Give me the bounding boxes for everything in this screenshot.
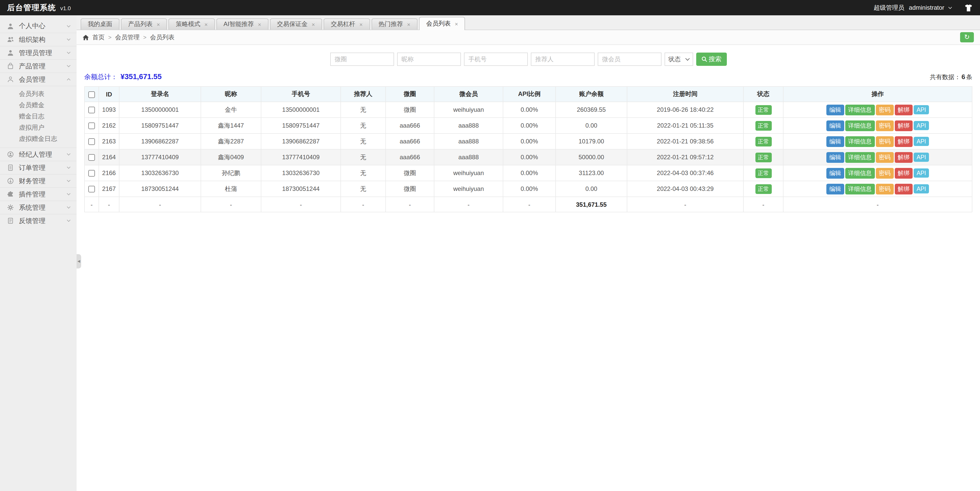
password-button[interactable]: 密码 [876, 183, 894, 194]
sidebar-item-0[interactable]: 个人中心 [0, 19, 76, 33]
sidebar-item-6[interactable]: 订单管理 [0, 161, 76, 174]
sidebar-item-2[interactable]: 管理员管理 [0, 46, 76, 59]
tab-5[interactable]: 交易杠杆× [324, 18, 370, 30]
unbind-button[interactable]: 解绑 [894, 104, 912, 115]
tab-4[interactable]: 交易保证金× [270, 18, 322, 30]
close-icon[interactable]: × [312, 21, 315, 27]
row-checkbox[interactable] [88, 138, 95, 145]
api-button[interactable]: API [913, 105, 929, 114]
row-checkbox[interactable] [88, 154, 95, 161]
search-input-0[interactable] [330, 52, 394, 66]
cell-balance: 50000.00 [555, 149, 627, 165]
breadcrumb-item-1[interactable]: 会员管理 [115, 33, 140, 41]
unbind-button[interactable]: 解绑 [894, 120, 912, 131]
close-icon[interactable]: × [204, 21, 208, 27]
sidebar-item-label: 会员管理 [19, 75, 67, 84]
breadcrumb-bar: 首页>会员管理>会员列表 ↻ [76, 30, 980, 45]
member-icon [6, 76, 14, 83]
app-shell: 个人中心组织架构管理员管理产品管理会员管理会员列表会员赠金赠金日志虚拟用户虚拟赠… [0, 15, 980, 491]
close-icon[interactable]: × [258, 21, 261, 27]
password-button[interactable]: 密码 [876, 168, 894, 178]
sidebar-subitem-1[interactable]: 会员赠金 [0, 100, 76, 111]
api-button[interactable]: API [913, 153, 929, 162]
close-icon[interactable]: × [360, 21, 363, 27]
tab-2[interactable]: 策略模式× [169, 18, 215, 30]
cell-phone: 13500000001 [261, 102, 341, 118]
search-input-1[interactable] [397, 52, 461, 66]
search-input-2[interactable] [464, 52, 528, 66]
footer-cell-11: - [743, 197, 783, 212]
status-select[interactable]: 状态 [664, 52, 693, 66]
count-unit: 条 [966, 73, 972, 81]
row-checkbox[interactable] [88, 122, 95, 129]
unbind-button[interactable]: 解绑 [894, 168, 912, 178]
tab-0[interactable]: 我的桌面 [81, 18, 119, 30]
unbind-button[interactable]: 解绑 [894, 183, 912, 194]
api-button[interactable]: API [913, 137, 929, 146]
breadcrumb-item-0[interactable]: 首页 [92, 33, 105, 41]
sidebar-collapse-handle[interactable]: ◀ [76, 254, 81, 269]
detail-button[interactable]: 详细信息 [845, 120, 875, 131]
api-button[interactable]: API [913, 168, 929, 177]
sidebar-subitem-2[interactable]: 赠金日志 [0, 111, 76, 122]
sidebar-item-5[interactable]: 经纪人管理 [0, 148, 76, 161]
unbind-button[interactable]: 解绑 [894, 136, 912, 147]
cell-status: 正常 [743, 118, 783, 133]
theme-tshirt-icon[interactable] [964, 4, 973, 11]
close-icon[interactable]: × [455, 21, 458, 27]
edit-button[interactable]: 编辑 [826, 183, 844, 194]
search-input-4[interactable] [597, 52, 661, 66]
edit-button[interactable]: 编辑 [826, 152, 844, 162]
edit-button[interactable]: 编辑 [826, 104, 844, 115]
password-button[interactable]: 密码 [876, 104, 894, 115]
search-input-3[interactable] [531, 52, 594, 66]
sidebar-item-10[interactable]: 反馈管理 [0, 214, 76, 227]
detail-button[interactable]: 详细信息 [845, 183, 875, 194]
row-checkbox[interactable] [88, 106, 95, 113]
tab-3[interactable]: AI智能推荐× [216, 18, 269, 30]
tab-7[interactable]: 会员列表× [419, 17, 465, 30]
api-button[interactable]: API [913, 184, 929, 193]
edit-button[interactable]: 编辑 [826, 120, 844, 131]
sidebar-item-8[interactable]: 插件管理 [0, 188, 76, 200]
status-badge: 正常 [755, 153, 772, 162]
password-button[interactable]: 密码 [876, 136, 894, 147]
edit-button[interactable]: 编辑 [826, 168, 844, 178]
sidebar-item-4[interactable]: 会员管理 [0, 73, 76, 86]
detail-button[interactable]: 详细信息 [845, 136, 875, 147]
sidebar-item-9[interactable]: 系统管理 [0, 200, 76, 214]
status-badge: 正常 [755, 184, 772, 194]
row-checkbox[interactable] [88, 186, 95, 192]
tab-1[interactable]: 产品列表× [121, 18, 167, 30]
detail-button[interactable]: 详细信息 [845, 168, 875, 178]
detail-button[interactable]: 详细信息 [845, 152, 875, 162]
select-all-checkbox[interactable] [88, 91, 95, 98]
cell-id: 2166 [99, 165, 119, 181]
sidebar-item-label: 反馈管理 [19, 216, 67, 225]
user-menu[interactable]: 超级管理员 administrator [873, 3, 973, 12]
sidebar-subitem-3[interactable]: 虚拟用户 [0, 122, 76, 133]
tab-6[interactable]: 热门推荐× [371, 18, 417, 30]
breadcrumb-item-2[interactable]: 会员列表 [150, 33, 175, 41]
column-header-4: 推荐人 [341, 86, 386, 102]
refresh-button[interactable]: ↻ [960, 32, 974, 42]
sidebar-item-7[interactable]: 财务管理 [0, 174, 76, 188]
sidebar-subitem-0[interactable]: 会员列表 [0, 88, 76, 100]
footer-cell-2: - [119, 197, 201, 212]
row-checkbox[interactable] [88, 170, 95, 176]
password-button[interactable]: 密码 [876, 120, 894, 131]
sidebar-item-1[interactable]: 组织架构 [0, 33, 76, 46]
sidebar-item-3[interactable]: 产品管理 [0, 59, 76, 73]
close-icon[interactable]: × [407, 21, 410, 27]
table-row: 216413777410409鑫海040913777410409无aaa666a… [84, 149, 972, 165]
sidebar-subitem-4[interactable]: 虚拟赠金日志 [0, 133, 76, 145]
close-icon[interactable]: × [157, 21, 160, 27]
api-button[interactable]: API [913, 121, 929, 130]
edit-button[interactable]: 编辑 [826, 136, 844, 147]
unbind-button[interactable]: 解绑 [894, 152, 912, 162]
search-button[interactable]: 搜索 [696, 52, 727, 66]
password-button[interactable]: 密码 [876, 152, 894, 162]
detail-button[interactable]: 详细信息 [845, 104, 875, 115]
cell-balance: 31123.00 [555, 165, 627, 181]
cell-api: 0.00% [503, 149, 555, 165]
